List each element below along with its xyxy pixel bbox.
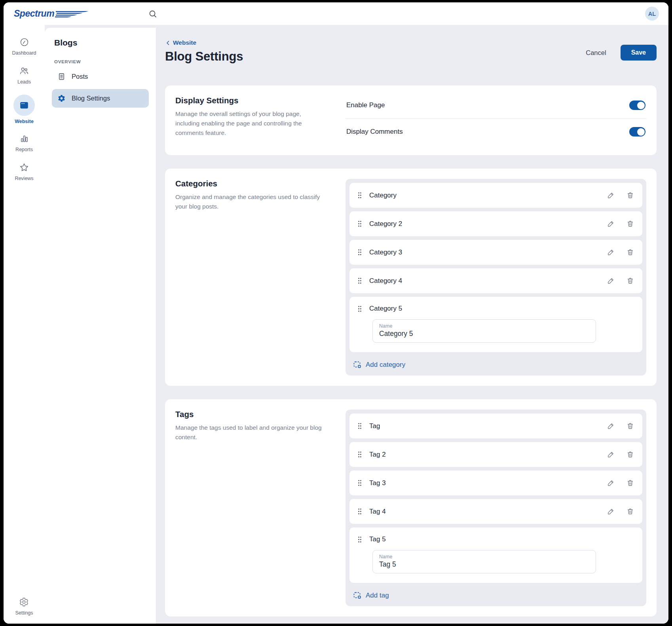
row-actions <box>607 508 634 515</box>
edit-button[interactable] <box>607 220 615 228</box>
app-window: Spectrum AL <box>4 2 668 624</box>
add-category-button[interactable]: Add category <box>349 356 409 372</box>
card-title: Tags <box>175 410 330 419</box>
sidebar-item-leads[interactable]: Leads <box>17 66 31 85</box>
categories-list-panel: Category Category 2 <box>345 179 646 376</box>
edit-button[interactable] <box>607 422 615 430</box>
row-actions <box>607 249 634 256</box>
nav-item-blog-settings[interactable]: Blog Settings <box>52 89 149 108</box>
add-item-icon <box>353 361 362 369</box>
nav-item-label: Posts <box>72 73 88 80</box>
card-title: Categories <box>175 179 330 188</box>
edit-button[interactable] <box>607 249 615 256</box>
display-settings-card: Display Settings Manage the overall sett… <box>165 85 657 155</box>
main-content: Website Blog Settings Cancel Save Displa… <box>156 25 668 624</box>
enable-page-toggle[interactable] <box>629 101 645 110</box>
drag-handle-icon[interactable] <box>358 536 362 543</box>
tag-row-expanded: Tag 5 Name <box>349 527 642 583</box>
tag-row: Tag <box>349 414 642 438</box>
pencil-icon <box>607 508 615 515</box>
sidebar-item-label: Settings <box>15 610 33 616</box>
category-name-input[interactable] <box>379 329 589 338</box>
tag-row: Tag 3 <box>349 470 642 495</box>
trash-icon <box>626 192 634 199</box>
breadcrumb-label: Website <box>173 39 196 46</box>
drag-handle-icon[interactable] <box>358 192 362 199</box>
delete-button[interactable] <box>626 508 634 515</box>
page-header: Website Blog Settings Cancel Save <box>165 39 657 64</box>
tags-list-panel: Tag Tag 2 <box>345 410 646 606</box>
blogs-nav-panel: Blogs OVERVIEW Posts Blog Settings <box>45 28 156 624</box>
bar-chart-icon <box>19 133 29 144</box>
drag-handle-icon[interactable] <box>358 249 362 256</box>
sidebar-item-settings[interactable]: Settings <box>15 597 33 616</box>
pencil-icon <box>607 192 615 199</box>
pencil-icon <box>607 479 615 487</box>
drag-handle-icon[interactable] <box>358 423 362 429</box>
drag-handle-icon[interactable] <box>358 508 362 515</box>
edit-button[interactable] <box>607 451 615 458</box>
pencil-icon <box>607 451 615 458</box>
toggle-label: Enable Page <box>346 101 385 109</box>
logo-text: Spectrum <box>14 8 54 19</box>
tags-card: Tags Manage the tags used to label and o… <box>165 399 657 617</box>
category-row: Category 3 <box>349 240 642 265</box>
cancel-button[interactable]: Cancel <box>586 49 606 57</box>
name-field-label: Name <box>379 554 589 560</box>
drag-handle-icon[interactable] <box>358 277 362 284</box>
edit-button[interactable] <box>607 192 615 199</box>
logo-swoosh-icon <box>55 10 93 18</box>
sidebar-item-dashboard[interactable]: Dashboard <box>12 37 36 56</box>
name-field[interactable]: Name <box>372 319 596 343</box>
tag-name-input[interactable] <box>379 560 589 569</box>
page-header-actions: Cancel Save <box>586 45 657 61</box>
gear-icon <box>19 597 29 607</box>
top-bar: Spectrum AL <box>4 2 668 25</box>
gear-icon <box>57 94 66 102</box>
delete-button[interactable] <box>626 192 634 199</box>
add-tag-button[interactable]: Add tag <box>349 586 393 602</box>
delete-button[interactable] <box>626 220 634 228</box>
delete-button[interactable] <box>626 249 634 256</box>
toggle-label: Display Comments <box>346 128 403 136</box>
drag-handle-icon[interactable] <box>358 305 362 312</box>
drag-handle-icon[interactable] <box>358 480 362 486</box>
tag-label: Tag 3 <box>369 479 607 487</box>
breadcrumb[interactable]: Website <box>165 39 243 46</box>
page-header-left: Website Blog Settings <box>165 39 243 64</box>
edit-button[interactable] <box>607 277 615 285</box>
search-icon[interactable] <box>146 7 159 21</box>
nav-item-posts[interactable]: Posts <box>52 67 149 86</box>
tags-list-area: Tag Tag 2 <box>345 410 646 606</box>
sidebar-item-website[interactable]: Website <box>13 95 35 124</box>
tag-row: Tag 2 <box>349 442 642 467</box>
row-actions <box>607 220 634 228</box>
sidebar-item-reviews[interactable]: Reviews <box>15 162 33 181</box>
card-description: Manage the tags used to label and organi… <box>175 423 326 442</box>
name-field[interactable]: Name <box>372 550 596 573</box>
category-row: Category <box>349 183 642 208</box>
drag-handle-icon[interactable] <box>358 220 362 227</box>
delete-button[interactable] <box>626 422 634 430</box>
delete-button[interactable] <box>626 451 634 458</box>
edit-button[interactable] <box>607 508 615 515</box>
trash-icon <box>626 422 634 430</box>
document-icon <box>57 72 66 81</box>
avatar[interactable]: AL <box>645 7 659 21</box>
pencil-icon <box>607 277 615 285</box>
trash-icon <box>626 479 634 487</box>
sidebar-item-label: Reviews <box>15 176 33 181</box>
display-comments-toggle[interactable] <box>629 127 645 137</box>
drag-handle-icon[interactable] <box>358 451 362 458</box>
expanded-row-head: Tag 5 <box>358 535 634 543</box>
nav-item-label: Blog Settings <box>72 95 110 102</box>
toggle-knob <box>637 128 645 136</box>
star-icon <box>19 162 29 173</box>
save-button[interactable]: Save <box>621 45 657 61</box>
delete-button[interactable] <box>626 479 634 487</box>
edit-button[interactable] <box>607 479 615 487</box>
pencil-icon <box>607 249 615 256</box>
sidebar-item-reports[interactable]: Reports <box>15 133 33 152</box>
enable-page-row: Enable Page <box>345 96 646 118</box>
delete-button[interactable] <box>626 277 634 285</box>
